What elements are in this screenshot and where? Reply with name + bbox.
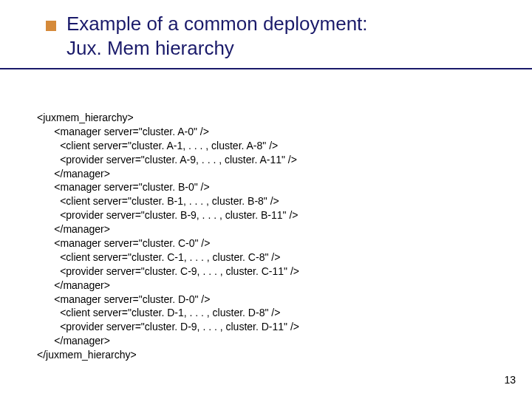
code-manager-b-provider: <provider server="cluster. B-9, . . . , … [60, 209, 298, 221]
code-manager-a-open: <manager server="cluster. A-0" /> [54, 126, 209, 137]
code-manager-b-client: <client server="cluster. B-1, . . . , cl… [60, 195, 279, 207]
code-manager-b-close: </manager> [54, 223, 110, 235]
code-manager-c-open: <manager server="cluster. C-0" /> [54, 237, 210, 249]
code-manager-d-open: <manager server="cluster. D-0" /> [54, 293, 210, 305]
title-line-1: Example of a common deployment: [66, 12, 502, 36]
title-line-2: Jux. Mem hierarchy [66, 36, 502, 61]
title-bullet [46, 21, 56, 31]
code-manager-d-client: <client server="cluster. D-1, . . . , cl… [60, 307, 280, 318]
code-manager-b-open: <manager server="cluster. B-0" /> [54, 181, 209, 193]
code-manager-c-provider: <provider server="cluster. C-9, . . . , … [60, 265, 299, 277]
slide-title: Example of a common deployment: Jux. Mem… [66, 12, 502, 60]
code-manager-d-close: </manager> [54, 335, 110, 347]
code-manager-a-close: </manager> [54, 168, 110, 180]
code-root-open: <juxmem_hierarchy> [37, 112, 134, 123]
page-number: 13 [504, 374, 516, 386]
xml-code-block: <juxmem_hierarchy> <manager server="clus… [37, 111, 299, 362]
title-underline [0, 68, 532, 69]
code-root-close: </juxmem_hierarchy> [37, 349, 137, 361]
code-manager-c-client: <client server="cluster. C-1, . . . , cl… [60, 251, 280, 263]
code-manager-d-provider: <provider server="cluster. D-9, . . . , … [60, 321, 299, 332]
code-manager-a-provider: <provider server="cluster. A-9, . . . , … [60, 154, 297, 166]
code-manager-c-close: </manager> [54, 279, 110, 291]
code-manager-a-client: <client server="cluster. A-1, . . . , cl… [60, 140, 278, 151]
